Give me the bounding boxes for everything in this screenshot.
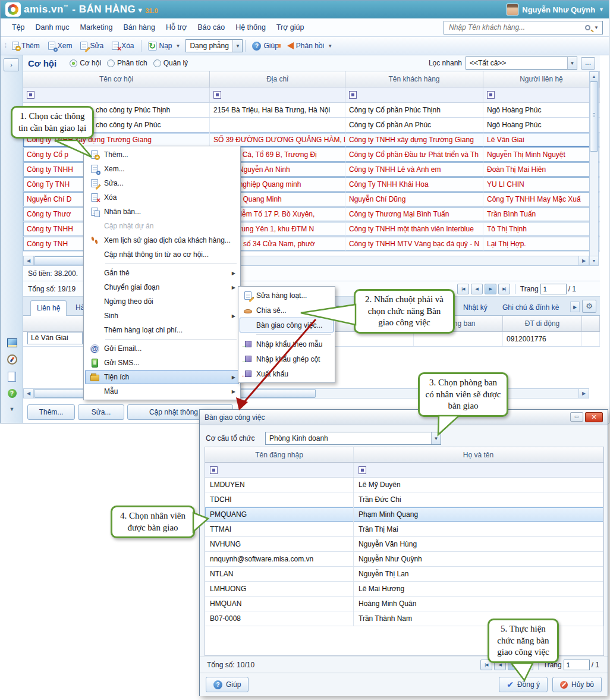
tab-ghi-chu-dinh-kem[interactable]: Ghi chú & đính kè <box>496 300 568 316</box>
filter-checkbox-icon[interactable] <box>359 466 366 474</box>
filter-checkbox-icon[interactable] <box>210 466 218 474</box>
col-header-ten-co-hoi[interactable]: Tên cơ hội <box>23 71 210 87</box>
gear-icon[interactable]: ⚙ <box>582 300 596 313</box>
grid-vertical-scrollbar[interactable]: ▲ ▼ <box>589 71 599 266</box>
page-input[interactable] <box>540 284 567 294</box>
menu-tep[interactable]: Tệp <box>7 20 30 34</box>
page-next-button[interactable]: ▶ <box>485 284 496 294</box>
ctx-add[interactable]: +Thêm... <box>85 147 239 162</box>
ctx-edit[interactable]: Sửa... <box>85 176 239 190</box>
menu-marketing[interactable]: Marketing <box>75 20 118 34</box>
col-header-dia-chi[interactable]: Địa chỉ <box>210 71 345 87</box>
ctx-duplicate[interactable]: Nhân bản... <box>85 205 239 219</box>
tab-nhat-ky[interactable]: Nhật ký <box>457 300 493 316</box>
scroll-left-icon[interactable]: ◀ <box>24 389 34 398</box>
sub-bulk-edit[interactable]: Sửa hàng loạt... <box>240 288 334 303</box>
dlg-col-fullname[interactable]: Họ và tên <box>354 447 603 462</box>
scrollbar-thumb[interactable] <box>590 81 598 152</box>
package-icon[interactable] <box>7 338 17 347</box>
list-item[interactable]: NTLANNguyễn Thị Lan <box>205 567 603 582</box>
col-header-ten-khach-hang[interactable]: Tên khách hàng <box>345 71 483 87</box>
ctx-bulk-cost[interactable]: Thêm hàng loạt chi phí... <box>85 323 239 337</box>
filter-checkbox-icon[interactable] <box>213 91 221 99</box>
sidebar-more-caret-icon[interactable]: ▼ <box>10 406 15 412</box>
radio-phan-tich[interactable] <box>107 59 115 67</box>
sub-handover[interactable]: Bàn giao công việc... <box>240 318 334 332</box>
sub-import-map[interactable]: →Nhập khẩu ghép cột <box>240 351 334 366</box>
menu-ho-tro[interactable]: Hỗ trợ <box>161 20 192 34</box>
dlg-col-login[interactable]: Tên đăng nhập <box>205 447 354 462</box>
document-icon[interactable] <box>8 372 16 382</box>
ok-button[interactable]: ✔Đồng ý <box>499 677 548 692</box>
radio-quan-ly[interactable] <box>153 59 161 67</box>
search-options-caret-icon[interactable]: ▼ <box>593 25 600 30</box>
ctx-change-stage[interactable]: Chuyển giai đoạn▶ <box>85 280 239 294</box>
menu-danh-muc[interactable]: Danh mục <box>30 20 75 34</box>
ctx-update-from-pool[interactable]: Cập nhật thông tin từ ao cơ hội... <box>85 247 239 262</box>
filter-checkbox-icon[interactable] <box>487 91 495 99</box>
add-button[interactable]: +Thêm <box>8 40 44 52</box>
ctx-view[interactable]: Xem... <box>85 162 239 176</box>
ctx-transaction-history[interactable]: Xem lịch sử giao dịch của khách hàng... <box>85 233 239 247</box>
menu-ban-hang[interactable]: Bán hàng <box>118 20 161 34</box>
table-row[interactable]: cho công ty An PhúcCông ty Cổ phần An Ph… <box>23 118 600 133</box>
ctx-generate[interactable]: Sinh▶ <box>85 309 239 323</box>
compass-icon[interactable] <box>7 354 17 365</box>
sub-share[interactable]: Chia sẻ... <box>240 303 334 318</box>
tab-lien-he[interactable]: Liên hệ <box>30 300 67 316</box>
scroll-right-icon[interactable]: ▶ <box>578 256 589 265</box>
ctx-templates[interactable]: Mẫu▶ <box>85 384 239 398</box>
scroll-up-icon[interactable]: ▲ <box>590 72 598 81</box>
ctx-utilities[interactable]: Tiện ích▶ <box>85 370 239 384</box>
help-green-icon[interactable]: ? <box>8 389 17 398</box>
dialog-help-button[interactable]: ?Giúp <box>206 677 249 692</box>
search-icon[interactable] <box>585 25 590 30</box>
org-structure-combobox[interactable]: Phòng Kinh doanh ▼ <box>265 432 441 445</box>
sidebar-expander-button[interactable]: › <box>4 58 19 71</box>
table-row[interactable]: cho công ty Phúc Thịnh2154 Bà Triệu, Hai… <box>23 103 600 118</box>
contact-name-cell[interactable]: Lê Văn Giai <box>27 332 83 344</box>
detail-add-button[interactable]: Thêm... <box>27 404 75 420</box>
sub-export[interactable]: ←Xuất khẩu <box>240 366 334 381</box>
feedback-button[interactable]: Phản hồi▼ <box>283 40 338 52</box>
quick-filter-combobox[interactable]: <<Tất cả>> ▼ <box>466 56 577 70</box>
dialog-titlebar[interactable]: Bàn giao công việc ▭ ✕ <box>200 410 608 425</box>
radio-co-hoi[interactable] <box>70 59 77 67</box>
minimize-icon[interactable]: ▭ <box>570 412 583 422</box>
list-item[interactable]: LMHUONGLê Mai Hương <box>205 582 603 597</box>
ctx-delete[interactable]: ×Xóa <box>85 190 239 205</box>
list-item[interactable]: TTMAITrần Thị Mai <box>205 522 603 537</box>
filter-checkbox-icon[interactable] <box>349 91 357 99</box>
menu-he-thong[interactable]: Hệ thống <box>230 20 271 34</box>
list-item[interactable]: nnquynh@software.misa.com.vnNguyễn Như Q… <box>205 552 603 567</box>
delete-button[interactable]: ×Xóa <box>108 40 138 52</box>
sub-import-template[interactable]: →Nhập khẩu theo mẫu <box>240 337 334 351</box>
subcol-header-dt-di-dong[interactable]: ĐT di động <box>503 316 582 331</box>
list-item[interactable]: HMQUANHoàng Minh Quân <box>205 597 603 611</box>
tab-scroll-right-icon[interactable]: ▶ <box>570 302 580 312</box>
edit-button[interactable]: Sửa <box>76 40 108 52</box>
list-item[interactable]: NVHUNGNguyễn Văn Hùng <box>205 537 603 552</box>
list-item-selected[interactable]: PMQUANGPhạm Minh Quang <box>205 507 603 522</box>
ctx-stop-following[interactable]: Ngừng theo dõi <box>85 294 239 309</box>
scroll-down-icon[interactable]: ▼ <box>590 256 598 265</box>
scroll-left-icon[interactable]: ◀ <box>24 256 34 265</box>
detail-edit-button[interactable]: Sửa... <box>78 404 124 420</box>
scroll-right-icon[interactable]: ▶ <box>578 389 589 398</box>
cancel-button[interactable]: Hủy bỏ <box>552 677 602 692</box>
close-icon[interactable]: ✕ <box>585 412 603 422</box>
page-first-button[interactable]: |◀ <box>457 284 469 294</box>
filter-more-button[interactable]: ... <box>581 57 595 70</box>
list-item[interactable]: TDCHITrần Đức Chi <box>205 492 603 507</box>
page-input[interactable] <box>564 660 590 670</box>
search-input[interactable] <box>449 23 583 32</box>
menu-tro-giup[interactable]: Trợ giúp <box>271 20 310 34</box>
refresh-button[interactable]: ↻Nạp▼ <box>144 40 186 52</box>
ctx-send-email[interactable]: @Gửi Email... <box>85 341 239 356</box>
user-menu[interactable]: Nguyễn Như Quỳnh ▼ <box>507 4 604 15</box>
menu-bao-cao[interactable]: Báo cáo <box>192 20 230 34</box>
ctx-send-sms[interactable]: Gửi SMS... <box>85 356 239 370</box>
ctx-tag[interactable]: Gắn thẻ▶ <box>85 266 239 280</box>
page-last-button[interactable]: ▶| <box>498 284 510 294</box>
list-item[interactable]: LMDUYENLê Mỹ Duyên <box>205 478 603 492</box>
